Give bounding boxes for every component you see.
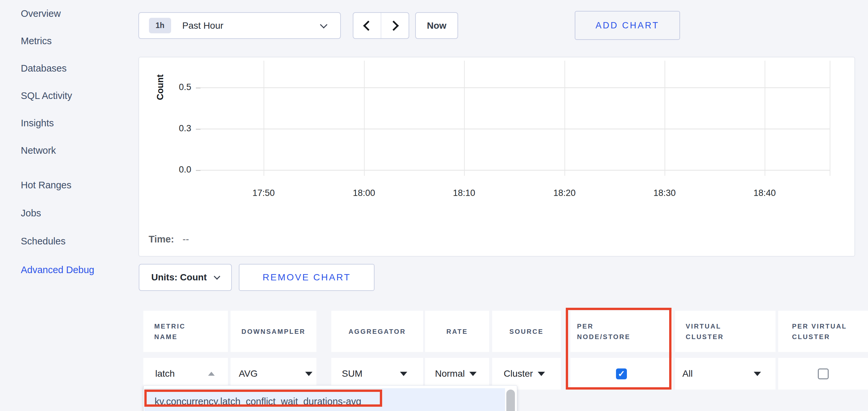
chart-hover-time: Time:-- [149, 234, 189, 245]
table-row-cell-per-node-store [570, 358, 673, 389]
time-label: Time: [149, 234, 174, 244]
custom-chart-card: Count Time:-- 0.50.30.017:5018:0018:1018… [138, 57, 855, 256]
caret-up-icon[interactable] [208, 372, 215, 376]
x-tick-label: 18:10 [444, 188, 484, 198]
units-dropdown[interactable]: Units: Count [139, 264, 232, 291]
column-header-downsampler: DOWNSAMPLER [230, 311, 316, 352]
caret-down-icon[interactable] [305, 372, 312, 376]
table-row-cell-virtual-cluster: All [675, 358, 776, 389]
x-tick-label: 17:50 [244, 188, 283, 198]
horizontal-gridline [196, 170, 830, 171]
column-header-metric-name: METRIC NAME [143, 311, 228, 352]
time-range-selector[interactable]: 1h Past Hour [138, 12, 341, 39]
vertical-gridline [664, 61, 665, 176]
per-node-store-checkbox[interactable] [616, 369, 627, 379]
caret-down-icon[interactable] [469, 372, 476, 376]
remove-chart-button[interactable]: REMOVE CHART [239, 264, 375, 291]
column-header-source: SOURCE [492, 311, 561, 352]
x-tick-label: 18:00 [344, 188, 384, 198]
vertical-gridline [564, 61, 565, 176]
column-header-rate: RATE [425, 311, 489, 352]
downsampler-select[interactable]: AVG [230, 369, 258, 379]
y-tick-label: 0.3 [168, 123, 191, 134]
rate-select[interactable]: Normal [425, 369, 465, 379]
vertical-gridline [264, 61, 264, 176]
sidebar-item-overview[interactable]: Overview [21, 8, 61, 19]
x-tick-label: 18:30 [645, 188, 684, 198]
column-header-virtual-cluster: VIRTUAL CLUSTER [675, 311, 776, 352]
table-row-cell-source: Cluster [492, 358, 561, 389]
vertical-gridline [464, 61, 465, 176]
x-tick-label: 18:40 [745, 188, 784, 198]
column-header-aggregator: AGGREGATOR [331, 311, 423, 352]
sidebar-item-hot-ranges[interactable]: Hot Ranges [21, 180, 71, 191]
time-value: -- [183, 234, 189, 244]
time-range-label: Past Hour [182, 21, 224, 31]
now-button[interactable]: Now [415, 12, 458, 39]
table-row-cell-metric-name: latch [143, 358, 228, 389]
metric-suggestion-dropdown: kv.concurrency.latch_conflict_wait_durat… [143, 385, 517, 411]
time-prev-button[interactable] [353, 13, 381, 38]
aggregator-select[interactable]: SUM [331, 369, 362, 379]
per-virtual-cluster-checkbox[interactable] [818, 369, 829, 379]
sidebar-item-insights[interactable]: Insights [21, 118, 54, 129]
units-label: Units: Count [151, 272, 207, 283]
metric-suggestion-text: kv.concurrency.latch_conflict_wait_durat… [155, 396, 361, 407]
sidebar-item-metrics[interactable]: Metrics [21, 36, 52, 46]
source-select[interactable]: Cluster [492, 369, 533, 379]
vertical-gridline [830, 61, 830, 176]
metric-suggestion-item[interactable]: kv.concurrency.latch_conflict_wait_durat… [144, 388, 505, 411]
time-nav-group [353, 12, 409, 39]
table-row-cell-aggregator: SUM [331, 358, 423, 389]
metric-name-input[interactable]: latch [143, 369, 175, 379]
y-tick-label: 0.0 [168, 165, 191, 175]
horizontal-gridline [196, 129, 830, 129]
table-row-cell-rate: Normal [425, 358, 489, 389]
time-range-badge: 1h [149, 18, 171, 33]
caret-down-icon[interactable] [538, 372, 545, 376]
column-header-per-virtual-cluster: PER VIRTUAL CLUSTER [778, 311, 868, 352]
sidebar-item-sql-activity[interactable]: SQL Activity [21, 91, 72, 101]
chevron-down-icon [214, 273, 220, 280]
chevron-left-icon [363, 21, 374, 31]
x-tick-label: 18:20 [545, 188, 584, 198]
vertical-gridline [765, 61, 765, 176]
y-axis-label: Count [155, 71, 165, 104]
caret-down-icon[interactable] [400, 372, 407, 376]
sidebar-item-databases[interactable]: Databases [21, 63, 67, 74]
time-next-button[interactable] [381, 13, 409, 38]
table-row-cell-downsampler: AVG [230, 358, 316, 389]
virtual-cluster-select[interactable]: All [675, 369, 693, 379]
scrollbar-thumb[interactable] [506, 389, 515, 411]
chevron-down-icon [320, 21, 328, 28]
horizontal-gridline [196, 88, 830, 88]
vertical-gridline [364, 61, 365, 176]
caret-down-icon[interactable] [754, 372, 761, 376]
add-chart-button[interactable]: ADD CHART [575, 11, 680, 40]
table-row-cell-per-virtual-cluster [778, 358, 868, 389]
chevron-right-icon [389, 21, 399, 31]
sidebar-item-schedules[interactable]: Schedules [21, 236, 65, 247]
y-tick-label: 0.5 [168, 82, 191, 92]
sidebar-item-jobs[interactable]: Jobs [21, 208, 41, 219]
column-header-per-node-store: PER NODE/STORE [570, 311, 673, 352]
sidebar-item-advanced-debug[interactable]: Advanced Debug [21, 265, 94, 275]
sidebar-item-network[interactable]: Network [21, 145, 56, 156]
